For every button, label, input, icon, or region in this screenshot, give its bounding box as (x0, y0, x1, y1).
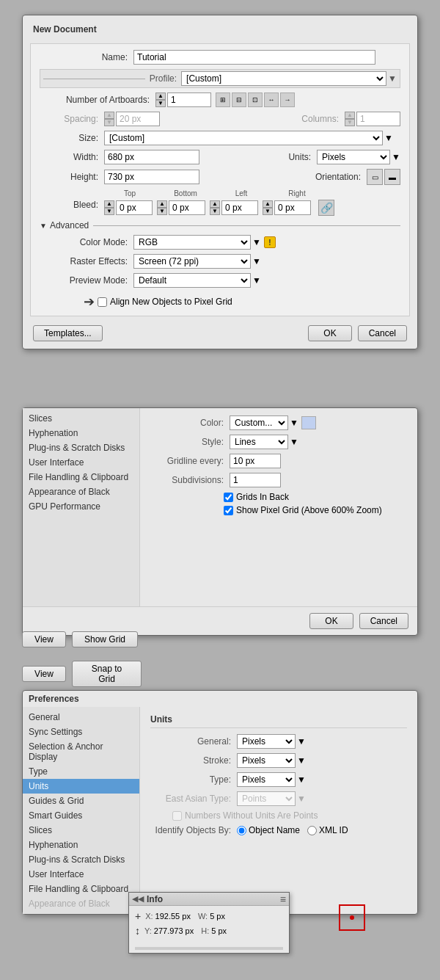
units-sidebar-selection[interactable]: Selection & Anchor Display (23, 739, 139, 764)
grid-color-swatch[interactable] (301, 416, 316, 429)
spacing-input (116, 112, 160, 126)
sidebar-item-gpu[interactable]: GPU Performance (23, 499, 139, 514)
show-pixel-grid-label[interactable]: Show Pixel Grid (Above 600% Zoom) (224, 505, 382, 515)
artboard-arrange-icon[interactable]: ↔ (264, 92, 279, 107)
ok-button[interactable]: OK (308, 325, 351, 341)
bleed-left-down[interactable]: ▼ (210, 208, 220, 215)
units-sidebar-plugins[interactable]: Plug-ins & Scratch Disks (23, 852, 139, 867)
units-label: Units: (288, 152, 311, 162)
pref-grid-ok-button[interactable]: OK (309, 613, 353, 629)
snap-to-grid-button[interactable]: Snap to Grid (72, 661, 142, 687)
object-name-radio-label[interactable]: Object Name (237, 825, 300, 835)
size-label: Size: (40, 133, 98, 143)
units-sidebar-general[interactable]: General (23, 710, 139, 725)
units-sidebar-hyphenation[interactable]: Hyphenation (23, 838, 139, 852)
grids-in-back-label[interactable]: Grids In Back (224, 492, 289, 502)
artboard-nav-icon[interactable]: → (280, 92, 295, 107)
units-stroke-select[interactable]: Pixels (237, 753, 296, 768)
sidebar-item-file-handling[interactable]: File Handling & Clipboard (23, 470, 139, 484)
bleed-left-up[interactable]: ▲ (210, 200, 220, 208)
align-pixel-row: ➔ Align New Objects to Pixel Grid (84, 294, 400, 310)
artboards-down-btn[interactable]: ▼ (155, 100, 166, 107)
bleed-bottom-input[interactable]: 0 px (169, 200, 205, 215)
info-crosshair-icon: + (135, 910, 141, 922)
artboard-grid-icon[interactable]: ⊞ (216, 92, 230, 107)
raster-select[interactable]: Screen (72 ppi) (133, 254, 251, 269)
preview-select[interactable]: Default (133, 273, 251, 288)
bleed-bottom-up[interactable]: ▲ (157, 200, 167, 208)
landscape-btn[interactable]: ▬ (384, 169, 400, 185)
units-sidebar-sync[interactable]: Sync Settings (23, 725, 139, 739)
width-input[interactable]: 680 px (104, 150, 199, 164)
artboard-col-icon[interactable]: ⊡ (248, 92, 263, 107)
gridline-input[interactable]: 10 px (230, 454, 281, 468)
sidebar-item-hyphenation[interactable]: Hyphenation (23, 426, 139, 440)
show-grid-button[interactable]: Show Grid (72, 631, 138, 647)
portrait-btn[interactable]: ▭ (367, 169, 383, 185)
info-h-label: H: (201, 926, 209, 935)
numbers-without-units-label: Numbers Without Units Are Points (172, 810, 318, 821)
xml-id-radio-label[interactable]: XML ID (307, 825, 348, 835)
units-sidebar-type[interactable]: Type (23, 764, 139, 779)
sidebar-item-plugins[interactable]: Plug-ins & Scratch Disks (23, 440, 139, 455)
grids-in-back-row: Grids In Back (224, 492, 407, 502)
show-pixel-grid-checkbox[interactable] (224, 506, 233, 515)
subdivisions-input[interactable]: 1 (230, 473, 281, 487)
templates-button[interactable]: Templates... (33, 325, 103, 341)
bleed-top-input[interactable]: 0 px (116, 200, 153, 215)
cancel-button[interactable]: Cancel (358, 325, 407, 341)
info-collapse-icon[interactable]: ◀◀ (132, 894, 144, 904)
info-y-label: Y: (144, 926, 152, 935)
align-pixel-checkbox[interactable] (98, 297, 107, 307)
link-bleed-btn[interactable]: 🔗 (318, 200, 334, 216)
units-sidebar-file[interactable]: File Handling & Clipboard (23, 882, 139, 896)
align-pixel-label[interactable]: Align New Objects to Pixel Grid (98, 297, 232, 307)
units-select[interactable]: Pixels (317, 150, 390, 164)
height-row: Height: 730 px Orientation: ▭ ▬ (40, 169, 400, 185)
advanced-toggle-btn[interactable]: ▼ (40, 222, 47, 230)
color-mode-select[interactable]: RGB (133, 235, 251, 250)
grid-color-select[interactable]: Custom... (230, 415, 288, 430)
xml-id-radio[interactable] (307, 826, 317, 835)
grids-in-back-checkbox[interactable] (224, 493, 233, 502)
units-sidebar-ui[interactable]: User Interface (23, 867, 139, 882)
color-mode-label: Color Mode: (40, 237, 128, 247)
info-menu-icon[interactable]: ≡ (280, 893, 286, 905)
object-name-radio[interactable] (237, 826, 246, 835)
bleed-right-up[interactable]: ▲ (263, 200, 273, 208)
bleed-row: Bleed: Top Bottom Left Right ▲▼ 0 px ▲▼ … (40, 189, 400, 216)
sidebar-item-slices[interactable]: Slices (23, 411, 139, 426)
artboards-up-btn[interactable]: ▲ (155, 92, 166, 100)
view-button-1[interactable]: View (22, 631, 66, 647)
sidebar-item-appearance[interactable]: Appearance of Black (23, 484, 139, 499)
bleed-bottom-down[interactable]: ▼ (157, 208, 167, 215)
bleed-right-input[interactable]: 0 px (274, 200, 311, 215)
height-input[interactable]: 730 px (104, 170, 199, 184)
units-type-select[interactable]: Pixels (237, 772, 296, 787)
spacing-label: Spacing: (40, 114, 98, 124)
units-sidebar-smart-guides[interactable]: Smart Guides (23, 808, 139, 823)
sidebar-item-ui[interactable]: User Interface (23, 455, 139, 470)
bleed-top-up[interactable]: ▲ (104, 200, 114, 208)
spacing-row: Spacing: ▲ ▼ Columns: ▲ ▼ (40, 112, 400, 126)
units-sidebar-guides[interactable]: Guides & Grid (23, 794, 139, 808)
units-sidebar-appearance[interactable]: Appearance of Black (23, 896, 139, 911)
size-select[interactable]: [Custom] (104, 131, 383, 145)
view-button-2[interactable]: View (22, 666, 66, 682)
grid-style-select[interactable]: Lines (230, 435, 288, 449)
pref-units-sidebar: General Sync Settings Selection & Anchor… (23, 707, 140, 914)
profile-select[interactable]: [Custom] (181, 71, 386, 86)
artboard-row-icon[interactable]: ⊟ (232, 92, 246, 107)
bleed-right-down[interactable]: ▼ (263, 208, 273, 215)
columns-btns: ▲ ▼ (345, 112, 355, 126)
new-document-dialog: New Document Name: Tutorial Profile: [Cu… (22, 15, 418, 349)
units-sidebar-slices[interactable]: Slices (23, 823, 139, 838)
units-general-select[interactable]: Pixels (237, 734, 296, 749)
name-input[interactable]: Tutorial (133, 50, 375, 65)
bleed-top-down[interactable]: ▼ (104, 208, 114, 215)
pref-grid-cancel-button[interactable]: Cancel (359, 613, 408, 629)
bleed-left-input[interactable]: 0 px (221, 200, 258, 215)
artboards-input[interactable]: 1 (167, 92, 211, 107)
units-sidebar-units[interactable]: Units (23, 779, 139, 794)
units-type-row: Type: Pixels ▼ (150, 772, 407, 787)
